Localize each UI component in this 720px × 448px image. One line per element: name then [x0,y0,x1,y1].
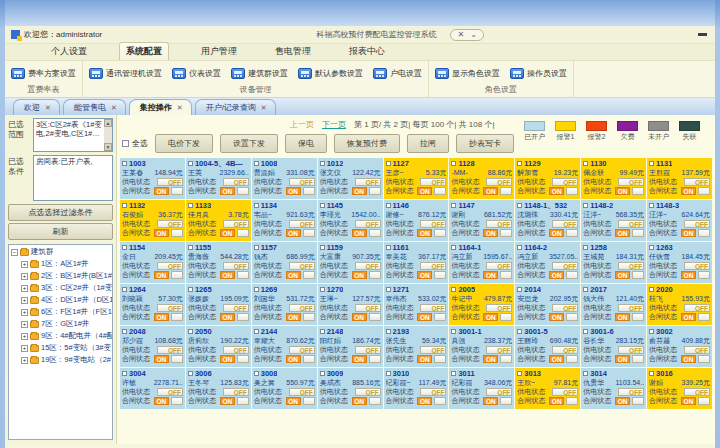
room-checkbox[interactable] [517,161,522,166]
tree-expand-icon[interactable]: + [21,309,28,316]
tab-集控操作[interactable]: 集控操作✕ [129,99,192,115]
room-checkbox[interactable] [451,329,456,334]
room-checkbox[interactable] [254,371,259,376]
room-card[interactable]: 3001-1真强238.37元供电状态OFF合闸状态ON [449,326,514,367]
room-checkbox[interactable] [583,203,588,208]
room-card[interactable]: 3006王冬琴125.83元供电状态OFF合闸状态ON [186,368,251,409]
room-card[interactable]: 2193张先生59.34元供电状态OFF合闸状态ON [384,326,449,367]
room-card[interactable]: 1161覃美花367.17元供电状态OFF合闸状态ON [384,242,449,283]
room-checkbox[interactable] [517,245,522,250]
room-checkbox[interactable] [254,329,259,334]
room-card[interactable]: 2020桂飞155.93元供电状态OFF合闸状态ON [647,284,712,325]
tree-expand-icon[interactable]: + [21,321,28,328]
tab-close-icon[interactable]: ✕ [111,104,117,112]
room-card[interactable]: 1164-1冯立新1595.67..供电状态OFF合闸状态ON [449,242,514,283]
tree-item[interactable]: +2区：B区1#井(B区1#) [11,271,112,281]
tab-开户/记录查询[interactable]: 开户/记录查询✕ [195,99,276,115]
room-card[interactable]: 1269刘国华531.72元供电状态OFF合闸状态ON [252,284,317,325]
room-card[interactable]: 2144覃耀大870.62元供电状态OFF合闸状态ON [252,326,317,367]
toolbar-button[interactable]: 保电 [285,134,327,153]
room-card[interactable]: 1148-2汪洋~568.35元供电状态OFF合闸状态ON [581,200,646,241]
room-checkbox[interactable] [451,371,456,376]
room-checkbox[interactable] [188,245,193,250]
room-card[interactable]: 1003王某春148.94元供电状态OFF合闸状态ON [120,158,185,199]
tree-item[interactable]: +4区：D区1#井（D区1 [11,295,112,305]
tree-expand-icon[interactable]: + [21,333,28,340]
minimize-icon[interactable] [698,33,707,36]
room-checkbox[interactable] [320,245,325,250]
tab-close-icon[interactable]: ✕ [45,104,51,112]
room-card[interactable]: 3002俞芬越409.88元供电状态OFF合闸状态ON [647,326,712,367]
room-card[interactable]: 1148-3汪洋~624.64元供电状态OFF合闸状态ON [647,200,712,241]
room-checkbox[interactable] [320,287,325,292]
room-checkbox[interactable] [583,329,588,334]
room-checkbox[interactable] [583,245,588,250]
room-card[interactable]: 1146谢修~876.12元供电状态OFF合闸状态ON [384,200,449,241]
room-checkbox[interactable] [188,371,193,376]
room-card[interactable]: 2048郑少霞108.68元供电状态OFF合闸状态ON [120,326,185,367]
room-card[interactable]: 1263任铁雪184.45元供电状态OFF合闸状态ON [647,242,712,283]
room-card[interactable]: 1265张媛媛195.09元供电状态OFF合闸状态ON [186,284,251,325]
room-card[interactable]: 3008吴之翼550.97元供电状态OFF合闸状态ON [252,368,317,409]
room-checkbox[interactable] [649,329,654,334]
ribbon-button[interactable]: 通讯管理机设置 [89,68,162,79]
chevron-down-icon[interactable]: ⌄ [470,30,477,39]
room-card[interactable]: 1145李瑾光1542.00..供电状态OFF合闸状态ON [318,200,383,241]
ribbon-button[interactable]: 默认参数设置 [298,68,363,79]
room-checkbox[interactable] [320,161,325,166]
room-card[interactable]: 1134韦品~921.63元供电状态OFF合闸状态ON [252,200,317,241]
tree-item[interactable]: +1区：A区1#井 [11,259,112,269]
room-checkbox[interactable] [451,245,456,250]
scroll-down-icon[interactable]: ▼ [104,143,112,151]
listbox-scrollbar[interactable]: ▲ ▼ [104,119,112,151]
select-all[interactable]: 全选 [122,138,148,149]
tree-root[interactable]: −建筑群 [11,247,112,257]
room-checkbox[interactable] [649,161,654,166]
toolbar-button[interactable]: 拉闸 [407,134,449,153]
room-checkbox[interactable] [386,245,391,250]
room-checkbox[interactable] [254,287,259,292]
room-card[interactable]: 1159大富康907.35元供电状态OFF合闸状态ON [318,242,383,283]
room-card[interactable]: 1130佩金联99.49元供电状态OFF合闸状态ON [581,158,646,199]
tree-collapse-icon[interactable]: − [11,249,18,256]
ribbon-button[interactable]: 户电设置 [373,68,422,79]
room-card[interactable]: 1012张文仪122.42元供电状态OFF合闸状态ON [318,158,383,199]
room-checkbox[interactable] [254,203,259,208]
menu-item[interactable]: 报表中心 [343,43,391,60]
room-checkbox[interactable] [122,329,127,334]
room-card[interactable]: 3010纪彩霞~117.49元供电状态OFF合闸状态ON [384,368,449,409]
toolbar-button[interactable]: 设置下发 [220,134,278,153]
menu-item[interactable]: 用户管理 [195,43,243,60]
tree-item[interactable]: +6区：F区1#井（F区1# [11,307,112,317]
next-page-link[interactable]: 下一页 [322,119,346,130]
room-card[interactable]: 3004许敏2278.71..供电状态OFF合闸状态ON [120,368,185,409]
room-card[interactable]: 1129解加雪19.23元供电状态OFF合闸状态ON [515,158,580,199]
room-card[interactable]: 3009吴成杰885.16元供电状态OFF合闸状态ON [318,368,383,409]
tree-expand-icon[interactable]: + [21,285,28,292]
room-checkbox[interactable] [320,371,325,376]
menu-item[interactable]: 个人设置 [45,43,93,60]
room-checkbox[interactable] [122,203,127,208]
tree-expand-icon[interactable]: + [21,345,28,352]
tree-item[interactable]: +15区：5#变站（3#变 [11,343,112,353]
ribbon-button[interactable]: 操作员设置 [510,68,567,79]
room-checkbox[interactable] [188,161,193,166]
room-card[interactable]: 1147谢刚681.52元供电状态OFF合闸状态ON [449,200,514,241]
toolbar-button[interactable]: 恢复预付费 [334,134,400,153]
room-card[interactable]: 2050唐莉欣190.22元供电状态OFF合闸状态ON [186,326,251,367]
room-card[interactable]: 3011纪彩霞348.06元供电状态OFF合闸状态ON [449,368,514,409]
room-card[interactable]: 2148阳红娟186.74元供电状态OFF合闸状态ON [318,326,383,367]
room-checkbox[interactable] [649,245,654,250]
tab-欢迎[interactable]: 欢迎✕ [13,99,60,115]
room-checkbox[interactable] [386,161,391,166]
tab-close-icon[interactable]: ✕ [177,104,183,112]
room-card[interactable]: 3001-6谷长华283.15元供电状态OFF合闸状态ON [581,326,646,367]
tab-close-icon[interactable]: ✕ [261,104,267,112]
room-checkbox[interactable] [451,287,456,292]
room-checkbox[interactable] [517,329,522,334]
room-card[interactable]: 3001-5王丽玲690.48元供电状态OFF合闸状态ON [515,326,580,367]
room-card[interactable]: 3014仇贵华1103.54..供电状态OFF合闸状态ON [581,368,646,409]
tree-item[interactable]: +9区：4#配电井（4#配 [11,331,112,341]
room-card[interactable]: 2014安思龙202.95元供电状态OFF合闸状态ON [515,284,580,325]
ribbon-collapse-control[interactable]: ✕ ⌄ [450,29,483,41]
